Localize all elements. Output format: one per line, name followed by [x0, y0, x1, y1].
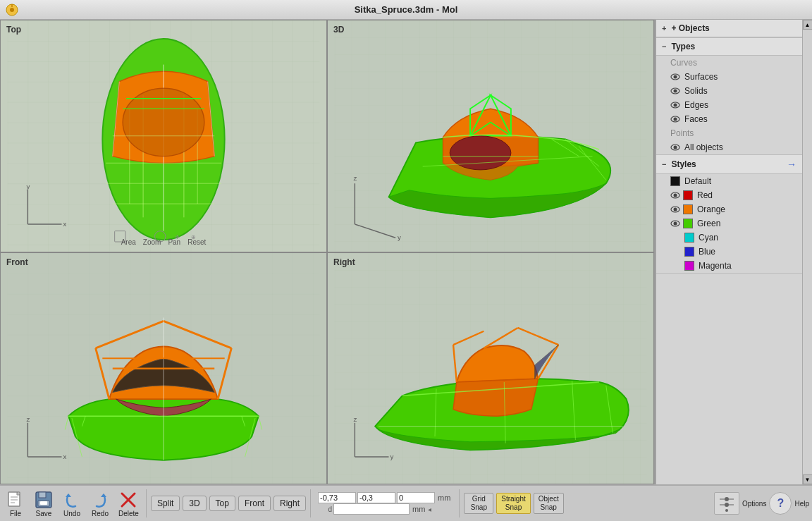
types-header[interactable]: − Types	[656, 38, 802, 56]
delete-button[interactable]: Delete	[116, 489, 142, 519]
file-icon	[6, 490, 25, 510]
titlebar: Sitka_Spruce.3dm - Mol	[0, 0, 812, 20]
style-green[interactable]: Green	[656, 216, 802, 231]
faces-eye-icon[interactable]	[670, 116, 680, 123]
coord-unit-mm2: mm	[412, 505, 425, 513]
style-default[interactable]: Default	[656, 174, 802, 188]
svg-text:y: y	[26, 183, 30, 190]
solids-eye-icon[interactable]	[670, 87, 680, 94]
options-button[interactable]	[714, 492, 739, 515]
coord-x-input[interactable]	[318, 492, 356, 503]
viewports-grid: Top x y	[0, 20, 656, 484]
scroll-up-btn[interactable]: ▲	[803, 20, 813, 30]
svg-point-81	[674, 90, 677, 93]
svg-point-109	[725, 509, 728, 512]
styles-header[interactable]: − Styles →	[656, 155, 802, 174]
object-snap-btn[interactable]: ObjectSnap	[534, 493, 564, 514]
svg-point-35	[450, 136, 511, 170]
svg-text:y: y	[398, 233, 401, 241]
bottom-toolbar: File Save Undo	[0, 484, 812, 521]
svg-point-79	[674, 75, 677, 79]
redo-button[interactable]: Redo	[87, 489, 113, 519]
area-btn[interactable]: Area	[121, 238, 136, 246]
split-btn[interactable]: Split	[151, 496, 180, 511]
orange-color-swatch	[683, 204, 693, 214]
undo-button[interactable]: Undo	[59, 489, 85, 519]
green-color-swatch	[683, 219, 693, 228]
viewport-top-controls[interactable]: Area Zoom Pan Reset	[1, 238, 326, 246]
viewport-top[interactable]: Top x y	[0, 20, 327, 252]
edges-eye-icon[interactable]	[670, 102, 680, 109]
straight-snap-btn[interactable]: StraightSnap	[496, 493, 530, 514]
coord-d-label: d	[318, 505, 332, 513]
svg-rect-102	[40, 501, 47, 505]
cyan-color-swatch	[684, 233, 694, 243]
reset-btn[interactable]: Reset	[187, 238, 206, 246]
viewport-right[interactable]: Right z y	[327, 252, 654, 485]
window-title: Sitka_Spruce.3dm - Mol	[355, 4, 458, 15]
red-label: Red	[697, 190, 713, 200]
help-label-container: Help	[794, 500, 809, 508]
styles-label: Styles	[671, 159, 696, 169]
type-solids[interactable]: Solids	[656, 84, 802, 98]
delete-label: Delete	[118, 510, 139, 517]
style-magenta[interactable]: Magenta	[656, 259, 802, 273]
type-faces[interactable]: Faces	[656, 112, 802, 126]
scrollbar-right[interactable]: ▲ ▼	[802, 20, 812, 484]
toolbar-sep-2	[310, 489, 311, 517]
all-objects-eye-icon[interactable]	[670, 144, 680, 151]
file-button[interactable]: File	[3, 489, 28, 519]
style-blue[interactable]: Blue	[656, 245, 802, 259]
viewport-front[interactable]: Front x z	[0, 252, 327, 485]
magenta-color-swatch	[684, 261, 694, 271]
coord-box: mm d mm ◂	[318, 492, 452, 515]
help-button[interactable]: ?	[769, 492, 792, 515]
red-eye-icon[interactable]	[670, 192, 680, 199]
front-btn[interactable]: Front	[238, 496, 271, 511]
blue-label: Blue	[699, 247, 715, 257]
grid-snap-btn[interactable]: GridSnap	[464, 493, 493, 514]
save-label: Save	[36, 510, 52, 517]
toolbar-sep-3	[459, 489, 460, 517]
pan-btn[interactable]: Pan	[168, 238, 180, 246]
style-cyan[interactable]: Cyan	[656, 231, 802, 245]
cyan-label: Cyan	[699, 233, 718, 243]
zoom-btn[interactable]: Zoom	[143, 238, 161, 246]
orange-eye-icon[interactable]	[670, 206, 680, 213]
coord-z-input[interactable]	[397, 492, 435, 503]
default-label: Default	[684, 176, 711, 186]
scroll-down-btn[interactable]: ▼	[803, 474, 813, 484]
toolbar-right: Options ? Help	[714, 492, 809, 515]
type-edges[interactable]: Edges	[656, 98, 802, 112]
style-red[interactable]: Red	[656, 188, 802, 202]
objects-label: + Objects	[671, 23, 709, 33]
save-button[interactable]: Save	[31, 489, 56, 519]
type-surfaces[interactable]: Surfaces	[656, 70, 802, 84]
options-label-container: Options	[742, 500, 766, 508]
svg-point-91	[674, 208, 677, 212]
top-btn[interactable]: Top	[209, 496, 235, 511]
viewport-right-label: Right	[333, 257, 355, 267]
surfaces-label: Surfaces	[684, 72, 718, 82]
styles-expand-icon: −	[662, 160, 666, 168]
type-all-objects[interactable]: All objects	[656, 140, 802, 154]
style-orange[interactable]: Orange	[656, 202, 802, 216]
magenta-label: Magenta	[699, 261, 732, 271]
surfaces-eye-icon[interactable]	[670, 73, 680, 80]
coord-row-top: mm	[318, 492, 452, 503]
all-objects-label: All objects	[684, 142, 723, 152]
green-eye-icon[interactable]	[670, 220, 680, 227]
undo-icon	[62, 490, 82, 510]
viewport-3d[interactable]: 3D z y	[327, 20, 654, 252]
objects-header[interactable]: + + Objects	[656, 20, 802, 37]
curves-label: Curves	[670, 58, 697, 68]
edges-label: Edges	[684, 100, 708, 110]
content-area: Top x y	[0, 20, 812, 484]
coord-d-input[interactable]	[333, 503, 410, 515]
3d-btn[interactable]: 3D	[183, 496, 206, 511]
coord-y-input[interactable]	[357, 492, 395, 503]
styles-section: − Styles → Default Red	[656, 155, 802, 274]
right-btn[interactable]: Right	[273, 496, 306, 511]
styles-arrow-icon[interactable]: →	[787, 159, 796, 170]
svg-text:y: y	[390, 452, 393, 460]
